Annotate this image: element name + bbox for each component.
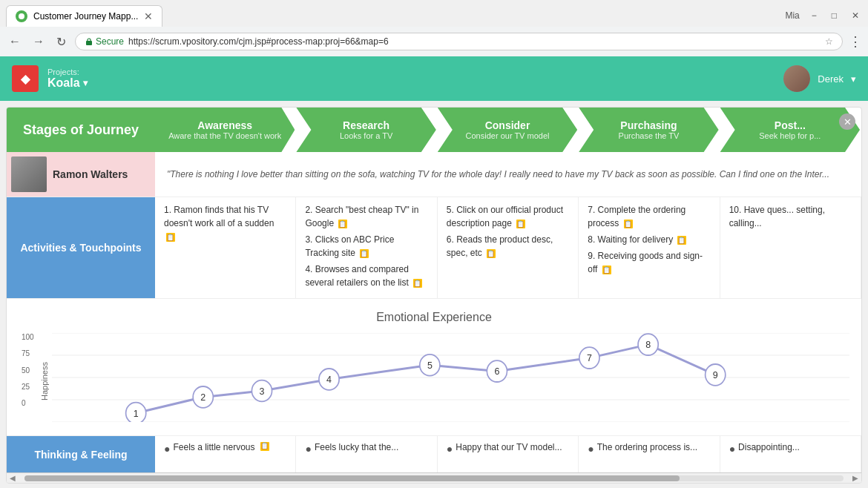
y-tick-100: 100 xyxy=(22,333,34,341)
note-icon[interactable]: 📋 xyxy=(516,220,525,228)
scroll-thumb[interactable] xyxy=(24,475,680,481)
window-controls: Mia − □ ✕ xyxy=(785,9,862,22)
scroll-left-btn[interactable]: ◀ xyxy=(7,474,19,482)
y-label: Happiness xyxy=(40,333,49,429)
note-icon[interactable]: 📋 xyxy=(677,236,686,245)
browser-tab[interactable]: Customer Journey Mapp... ✕ xyxy=(6,5,162,27)
close-btn[interactable]: ✕ xyxy=(849,9,862,22)
projects-label: Projects: xyxy=(47,67,88,76)
svg-rect-1 xyxy=(86,41,92,45)
stage-purchasing-title: Purchasing xyxy=(620,119,677,131)
menu-icon[interactable]: ⋮ xyxy=(849,33,862,50)
stage-awareness-title: Awareness xyxy=(197,119,252,131)
persona-label: Ramon Walters xyxy=(7,152,155,197)
chart-container: 100 75 50 25 0 Happiness xyxy=(19,333,849,429)
scroll-right-btn[interactable]: ▶ xyxy=(849,474,861,482)
note-icon[interactable]: 📋 xyxy=(602,266,611,274)
activity-cell-1: 2. Search "best cheap TV" in Google 📋 3.… xyxy=(296,197,437,298)
app-project: Projects: Koala ▾ xyxy=(47,67,88,90)
activity-item: 5. Click on our official product descrip… xyxy=(447,203,569,230)
stage-consider[interactable]: Consider Consider our TV model xyxy=(438,108,577,152)
note-icon[interactable]: 📋 xyxy=(360,249,369,258)
bullet-icon: ● xyxy=(447,443,453,455)
stage-research[interactable]: Research Looks for a TV xyxy=(296,108,435,152)
svg-text:1: 1 xyxy=(133,407,138,418)
activity-item: 2. Search "best cheap TV" in Google 📋 xyxy=(305,203,427,230)
app-logo: ◆ xyxy=(12,65,39,92)
url-display: https://scrum.vpository.com/cjm.jsp#proc… xyxy=(128,36,821,47)
thinking-row: Thinking & Feeling ● Feels a little nerv… xyxy=(7,435,861,472)
stage-post-sub: Seek help for p... xyxy=(759,131,821,140)
note-icon[interactable]: 📋 xyxy=(487,249,496,258)
horizontal-scrollbar[interactable]: ◀ ▶ xyxy=(7,472,861,483)
activity-cells: 1. Ramon finds that his TV doesn't work … xyxy=(155,197,861,298)
scroll-track[interactable] xyxy=(24,475,844,481)
note-icon[interactable]: 📋 xyxy=(260,442,269,451)
svg-text:2: 2 xyxy=(200,392,206,403)
stage-consider-sub: Consider our TV model xyxy=(466,131,550,140)
activity-item: 3. Clicks on ABC Price Tracking site 📋 xyxy=(305,233,427,260)
svg-text:5: 5 xyxy=(427,360,433,371)
stage-awareness[interactable]: Awareness Aware that the TV doesn't work xyxy=(155,108,295,152)
avatar xyxy=(783,65,810,92)
user-name[interactable]: Derek xyxy=(818,73,844,85)
note-icon[interactable]: 📋 xyxy=(624,220,633,228)
svg-text:9: 9 xyxy=(712,369,717,380)
maximize-btn[interactable]: □ xyxy=(829,9,840,22)
thinking-cell-2: ● Happy that our TV model... xyxy=(438,436,579,472)
chart-area: 1 2 3 4 5 6 7 8 xyxy=(52,333,849,429)
user-indicator: Mia xyxy=(785,10,799,21)
stage-research-title: Research xyxy=(343,119,389,131)
stage-post[interactable]: Post... Seek help for p... xyxy=(720,108,860,152)
user-area: Derek ▾ xyxy=(783,65,856,92)
activity-cell-4: 10. Have ques... setting, calling... xyxy=(720,197,861,298)
nav-bar: ← → ↻ Secure https://scrum.vpository.com… xyxy=(0,27,868,56)
persona-row: Ramon Walters "There is nothing I love b… xyxy=(7,152,861,197)
persona-quote: "There is nothing I love better than sit… xyxy=(155,152,861,197)
svg-text:7: 7 xyxy=(587,352,592,363)
y-tick-75: 75 xyxy=(22,349,34,357)
persona-name: Ramon Walters xyxy=(53,168,128,180)
forward-btn[interactable]: → xyxy=(30,32,47,51)
user-dropdown-icon: ▾ xyxy=(851,73,856,85)
emotional-section: Emotional Experience 100 75 50 25 0 Happ… xyxy=(7,299,861,435)
stages-row: Stages of Journey Awareness Aware that t… xyxy=(7,108,861,152)
activity-item: 9. Receiving goods and sign-off 📋 xyxy=(588,249,710,276)
note-icon[interactable]: 📋 xyxy=(338,220,347,228)
tab-title: Customer Journey Mapp... xyxy=(33,11,138,22)
minimize-btn[interactable]: − xyxy=(809,9,820,22)
dropdown-icon: ▾ xyxy=(83,78,88,88)
activity-item: 8. Waiting for delivery 📋 xyxy=(588,233,710,246)
title-bar: Customer Journey Mapp... ✕ Mia − □ ✕ xyxy=(0,0,868,27)
stage-consider-title: Consider xyxy=(485,119,530,131)
stage-purchasing[interactable]: Purchasing Purchase the TV xyxy=(579,108,718,152)
y-axis: 100 75 50 25 0 xyxy=(19,333,37,407)
thinking-cell-4: ● Disappointing... xyxy=(720,436,861,472)
activity-item: 10. Have ques... setting, calling... xyxy=(729,203,852,230)
activities-row: Activities & Touchpoints 1. Ramon finds … xyxy=(7,197,861,299)
bookmark-icon[interactable]: ☆ xyxy=(825,36,833,47)
thinking-cell-3: ● The ordering process is... xyxy=(579,436,720,472)
stage-awareness-sub: Aware that the TV doesn't work xyxy=(168,131,281,140)
svg-text:8: 8 xyxy=(645,339,651,350)
activity-item: 1. Ramon finds that his TV doesn't work … xyxy=(164,203,286,243)
activity-cell-0: 1. Ramon finds that his TV doesn't work … xyxy=(155,197,296,298)
favicon xyxy=(16,10,27,22)
secure-badge: Secure xyxy=(85,36,124,47)
note-icon[interactable]: 📋 xyxy=(413,279,422,288)
back-btn[interactable]: ← xyxy=(6,32,24,51)
journey-table: Stages of Journey Awareness Aware that t… xyxy=(7,108,861,472)
address-bar[interactable]: Secure https://scrum.vpository.com/cjm.j… xyxy=(75,33,843,50)
stages-label: Stages of Journey xyxy=(7,108,155,152)
tab-close-btn[interactable]: ✕ xyxy=(144,10,153,22)
main-content: ✕ Stages of Journey Awareness Aware that… xyxy=(6,107,862,484)
svg-text:4: 4 xyxy=(326,374,332,385)
note-icon[interactable]: 📋 xyxy=(166,233,175,242)
close-panel-btn[interactable]: ✕ xyxy=(839,113,855,130)
stages-cells: Awareness Aware that the TV doesn't work… xyxy=(155,108,861,152)
bullet-icon: ● xyxy=(588,443,594,455)
project-name[interactable]: Koala ▾ xyxy=(47,76,88,90)
refresh-btn[interactable]: ↻ xyxy=(53,32,69,52)
y-tick-0: 0 xyxy=(22,399,34,407)
y-tick-50: 50 xyxy=(22,366,34,375)
